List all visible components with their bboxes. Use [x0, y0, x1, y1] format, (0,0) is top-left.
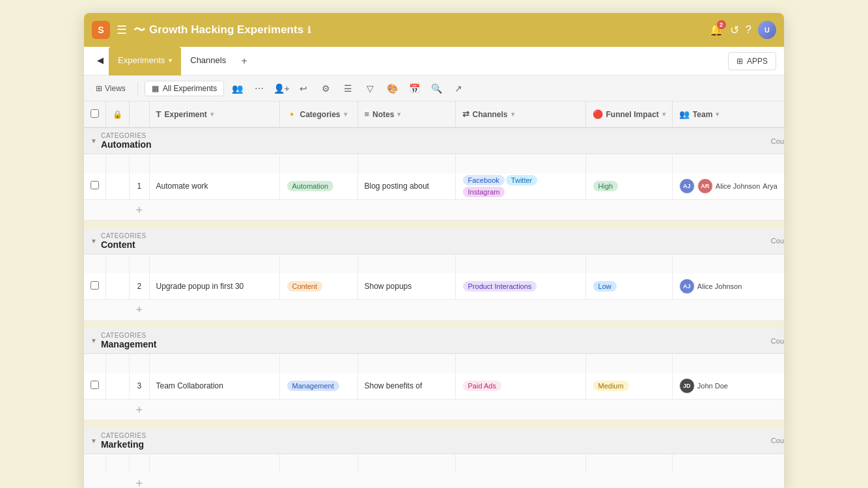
people-filter-button[interactable]: 👥	[228, 79, 246, 98]
app-logo: S	[92, 21, 110, 39]
team-col-header[interactable]: 👥 Team ▾	[672, 102, 784, 128]
undo-button[interactable]: ↩	[294, 79, 313, 98]
apps-button[interactable]: ⊞ APPS	[728, 52, 776, 70]
group-chevron-icon[interactable]: ▼	[91, 237, 97, 245]
add-row[interactable]: +	[84, 473, 784, 488]
more-options-button[interactable]: ⋯	[250, 79, 268, 98]
channels-cell[interactable]: FacebookTwitterInstagram	[455, 174, 585, 200]
team-avatar: JD	[679, 378, 695, 394]
table-row[interactable]: 1 Automate work Automation Blog posting …	[84, 174, 784, 200]
notes-cell[interactable]: Show benefits of	[357, 373, 455, 400]
info-icon[interactable]: ℹ	[307, 25, 311, 35]
funnel-col-header[interactable]: 🔴 Funnel Impact ▾	[585, 102, 672, 128]
channels-cell[interactable]: Product Interactions	[455, 273, 585, 299]
text-icon: T	[156, 109, 161, 119]
funnel-tag[interactable]: Low	[593, 281, 617, 291]
row-checkbox-cell[interactable]	[84, 174, 106, 200]
history-icon[interactable]: ↺	[730, 23, 739, 37]
category-cell[interactable]: Management	[279, 373, 357, 400]
team-cell[interactable]: JDJohn Doe	[672, 373, 784, 400]
help-icon[interactable]: ?	[746, 23, 751, 36]
invite-button[interactable]: 👤+	[272, 79, 290, 98]
category-tag[interactable]: Automation	[287, 181, 334, 191]
sort-icon[interactable]: ▾	[210, 111, 214, 118]
add-row[interactable]: +	[84, 400, 784, 420]
table-container: 🔒 T Experiment ▾ 🔸 Categories ▾	[84, 102, 784, 488]
filter-button[interactable]: ▽	[361, 79, 379, 98]
table-row[interactable]: 2 Upgrade popup in first 30 Content Show…	[84, 273, 784, 299]
rows-button[interactable]: ☰	[339, 79, 357, 98]
channel-tag[interactable]: Facebook	[463, 175, 505, 185]
hamburger-icon[interactable]: ☰	[117, 23, 127, 37]
channel-tag[interactable]: Product Interactions	[463, 281, 537, 291]
group-chevron-icon[interactable]: ▼	[91, 137, 97, 144]
channels-col-header[interactable]: ⇄ Channels ▾	[455, 102, 585, 128]
views-button[interactable]: ⊞ Views	[91, 81, 131, 96]
add-row[interactable]: +	[84, 200, 784, 221]
experiment-cell[interactable]: Automate work	[149, 174, 279, 200]
experiment-cell[interactable]: Upgrade popup in first 30	[149, 273, 279, 299]
channels-cell[interactable]: Paid Ads	[455, 373, 585, 400]
channel-tag[interactable]: Twitter	[506, 175, 537, 185]
category-cell[interactable]: Automation	[279, 174, 357, 200]
funnel-cell[interactable]: Medium	[585, 373, 672, 400]
group-chevron-icon[interactable]: ▼	[91, 337, 97, 344]
category-cell[interactable]: Content	[279, 273, 357, 299]
channel-tag[interactable]: Paid Ads	[463, 381, 501, 391]
category-tag[interactable]: Content	[287, 281, 323, 291]
team-cell[interactable]: AJARAlice JohnsonArya	[672, 174, 784, 200]
add-row-button[interactable]: +	[130, 400, 150, 420]
team-member-name: John Doe	[697, 382, 728, 390]
experiment-col-header[interactable]: T Experiment ▾	[149, 102, 279, 128]
add-row-button[interactable]: +	[130, 473, 150, 488]
row-checkbox[interactable]	[91, 381, 99, 389]
funnel-tag[interactable]: High	[593, 181, 619, 191]
sort-icon[interactable]: ▾	[397, 111, 400, 118]
table-body: ▼ CATEGORIES Automation Count 1 1 Automa…	[84, 128, 784, 488]
tab-experiments[interactable]: Experiments ▾	[109, 47, 181, 75]
collapse-sidebar-button[interactable]: ◀	[92, 47, 109, 75]
apps-icon: ⊞	[736, 57, 743, 66]
sort-icon[interactable]: ▾	[511, 111, 514, 118]
calendar-button[interactable]: 📅	[405, 79, 423, 98]
user-avatar[interactable]: U	[758, 21, 776, 39]
color-button[interactable]: 🎨	[383, 79, 401, 98]
tab-channels[interactable]: Channels	[181, 47, 235, 75]
header: S ☰ 〜 Growth Hacking Experiments ℹ 🔔 2 ↺…	[84, 13, 784, 47]
sort-icon[interactable]: ▾	[716, 111, 719, 118]
experiment-cell[interactable]: Team Collaboration	[149, 373, 279, 400]
add-tab-button[interactable]: +	[235, 52, 253, 70]
tab-channels-label: Channels	[190, 55, 226, 65]
table-row[interactable]: 3 Team Collaboration Management Show ben…	[84, 373, 784, 400]
channels-icon: ⇄	[462, 109, 469, 119]
add-row[interactable]: +	[84, 299, 784, 320]
select-all-checkbox[interactable]	[91, 109, 99, 118]
search-button[interactable]: 🔍	[427, 79, 445, 98]
export-button[interactable]: ↗	[449, 79, 468, 98]
row-checkbox[interactable]	[91, 281, 99, 290]
categories-col-header[interactable]: 🔸 Categories ▾	[279, 102, 357, 128]
notification-button[interactable]: 🔔 2	[709, 23, 723, 37]
group-chevron-icon[interactable]: ▼	[91, 437, 97, 444]
team-avatar: AR	[697, 178, 713, 194]
sort-icon[interactable]: ▾	[344, 111, 347, 118]
funnel-tag[interactable]: Medium	[593, 381, 629, 391]
settings-button[interactable]: ⚙	[316, 79, 335, 98]
notes-cell[interactable]: Blog posting about	[357, 174, 455, 200]
all-experiments-button[interactable]: ▦ All Experiments	[145, 81, 224, 96]
row-checkbox-cell[interactable]	[84, 373, 106, 400]
notes-cell[interactable]: Show popups	[357, 273, 455, 299]
empty-header-row	[84, 354, 784, 373]
notes-col-header[interactable]: ≡ Notes ▾	[357, 102, 455, 128]
funnel-cell[interactable]: High	[585, 174, 672, 200]
add-row-button[interactable]: +	[130, 200, 150, 221]
row-checkbox-cell[interactable]	[84, 273, 106, 299]
team-cell[interactable]: AJAlice Johnson	[672, 273, 784, 299]
sort-icon[interactable]: ▾	[662, 111, 665, 118]
funnel-cell[interactable]: Low	[585, 273, 672, 299]
checkbox-header[interactable]	[84, 102, 106, 128]
channel-tag[interactable]: Instagram	[463, 187, 505, 197]
add-row-button[interactable]: +	[130, 299, 150, 320]
row-checkbox[interactable]	[91, 181, 99, 189]
category-tag[interactable]: Management	[287, 381, 339, 391]
